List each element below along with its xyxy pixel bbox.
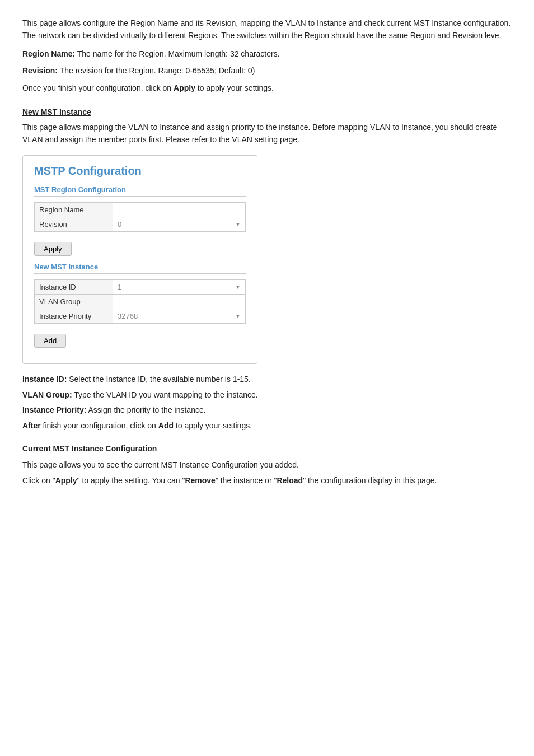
current-mst-title: Current MST Instance Configuration [22, 444, 512, 453]
vlan-group-desc-text: Type the VLAN ID you want mapping to the… [72, 390, 258, 399]
instance-id-desc: Instance ID: Select the Instance ID, the… [22, 373, 512, 386]
intro-region-name: Region Name: The name for the Region. Ma… [22, 48, 512, 60]
after-label: After [22, 421, 41, 430]
vlan-group-label: VLAN Group [35, 294, 113, 309]
instance-id-dropdown-arrow[interactable]: ▼ [233, 284, 241, 290]
region-name-field-label: Region Name [35, 202, 113, 217]
after-desc: After finish your configuration, click o… [22, 419, 512, 433]
vlan-group-value [113, 294, 246, 309]
instance-id-label: Instance ID [35, 279, 113, 294]
instance-id-desc-text: Select the Instance ID, the available nu… [67, 375, 250, 384]
add-bold: Add [158, 421, 174, 430]
instance-priority-desc-text: Assign the priority to the instance. [86, 405, 205, 414]
apply-note-bold: Apply [174, 83, 195, 92]
new-mst-instance-subtitle: New MST Instance [34, 263, 246, 274]
instance-priority-dropdown-arrow[interactable]: ▼ [233, 313, 241, 319]
current-mst-reload-bold: Reload [277, 476, 303, 485]
current-mst-desc: This page allows you to see the current … [22, 459, 512, 488]
mstp-config-title: MSTP Configuration [34, 165, 246, 178]
description-block: Instance ID: Select the Instance ID, the… [22, 373, 512, 433]
current-mst-desc2-mid: " to apply the setting. You can " [77, 476, 185, 485]
current-mst-desc2-pre: Click on " [22, 476, 55, 485]
table-row: Instance ID ▼ [35, 279, 246, 294]
mstp-config-box: MSTP Configuration MST Region Configurat… [22, 155, 257, 364]
mst-region-table: Region Name Revision ▼ [34, 202, 246, 232]
apply-note-pre: Once you finish your configuration, clic… [22, 83, 174, 92]
current-mst-desc2-end: " the configuration display in this page… [303, 476, 437, 485]
region-name-field-value [113, 202, 246, 217]
revision-input[interactable] [118, 220, 233, 228]
new-mst-instance-desc: This page allows mapping the VLAN to Ins… [22, 121, 512, 146]
current-mst-desc2: Click on "Apply" to apply the setting. Y… [22, 474, 512, 488]
new-mst-instance-title: New MST Instance [22, 108, 512, 116]
after-text: finish your configuration, click on [41, 421, 158, 430]
revision-desc: The revision for the Region. Range: 0-65… [58, 66, 255, 75]
current-mst-apply-bold: Apply [55, 476, 77, 485]
mst-region-subtitle: MST Region Configuration [34, 185, 246, 197]
instance-priority-desc: Instance Priority: Assign the priority t… [22, 404, 512, 417]
revision-dropdown-arrow[interactable]: ▼ [233, 221, 241, 227]
current-mst-desc2-mid2: " the instance or " [216, 476, 277, 485]
after-end: to apply your settings. [174, 421, 252, 430]
current-mst-desc1: This page allows you to see the current … [22, 459, 512, 472]
table-row: Instance Priority ▼ [35, 309, 246, 323]
intro-paragraph1: This page allows configure the Region Na… [22, 17, 512, 42]
table-row: Region Name [35, 202, 246, 217]
vlan-group-input[interactable] [118, 297, 241, 306]
table-row: Revision ▼ [35, 217, 246, 231]
vlan-group-desc: VLAN Group: Type the VLAN ID you want ma… [22, 389, 512, 402]
instance-id-desc-label: Instance ID: [22, 375, 67, 384]
current-mst-remove-bold: Remove [185, 476, 215, 485]
intro-revision: Revision: The revision for the Region. R… [22, 64, 512, 77]
revision-label: Revision: [22, 66, 58, 75]
region-name-input[interactable] [118, 206, 241, 214]
apply-note-post: to apply your settings. [195, 83, 274, 92]
instance-priority-label: Instance Priority [35, 309, 113, 323]
instance-priority-value: ▼ [113, 309, 246, 323]
instance-priority-input[interactable] [118, 312, 233, 320]
region-name-desc: The name for the Region. Maximum length:… [75, 49, 279, 58]
instance-id-value: ▼ [113, 279, 246, 294]
add-button[interactable]: Add [34, 334, 66, 348]
region-name-label: Region Name: [22, 49, 75, 58]
apply-button[interactable]: Apply [34, 242, 72, 256]
intro-apply-note: Once you finish your configuration, clic… [22, 82, 512, 94]
instance-priority-desc-label: Instance Priority: [22, 405, 86, 414]
vlan-group-desc-label: VLAN Group: [22, 390, 72, 399]
instance-id-input[interactable] [118, 283, 233, 291]
revision-field-label: Revision [35, 217, 113, 231]
revision-field-value: ▼ [113, 217, 246, 231]
table-row: VLAN Group [35, 294, 246, 309]
new-mst-instance-table: Instance ID ▼ VLAN Group Instance Priori… [34, 279, 246, 324]
